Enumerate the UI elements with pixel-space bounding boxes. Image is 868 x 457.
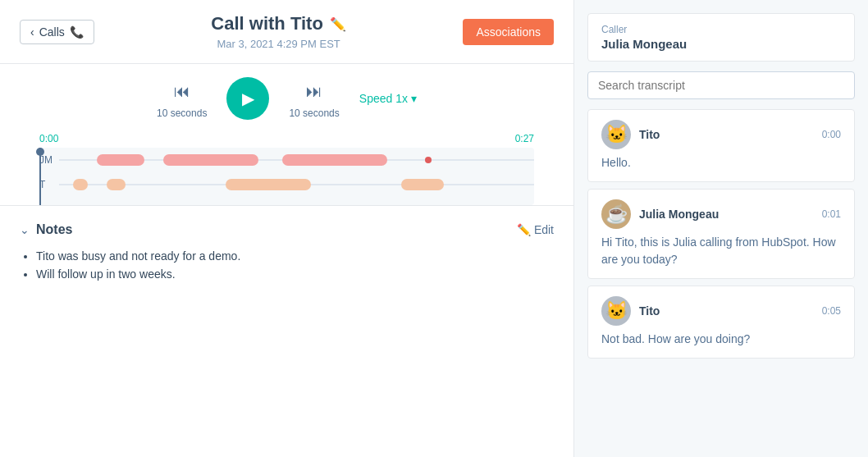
notes-item-2: Will follow up in two weeks. [36,265,554,283]
speaker-name-0: Tito [639,128,814,141]
avatar-1: ☕ [601,199,631,229]
t-seg-1 [73,179,87,190]
timestamp-1: 0:01 [822,208,841,220]
transcript-text-0: Hello. [601,154,841,171]
time-start: 0:00 [39,133,58,144]
notes-item-1: Tito was busy and not ready for a demo. [36,247,554,265]
notes-edit-button[interactable]: ✏️ Edit [517,223,554,236]
notes-edit-label: Edit [534,223,554,236]
notes-header: ⌄ Notes ✏️ Edit [20,222,554,237]
jm-track-row: JM [39,148,534,172]
transcript-entry-2: 🐱 Tito 0:05 Not bad. How are you doing? [587,286,855,359]
notes-section: ⌄ Notes ✏️ Edit Tito was busy and not re… [0,205,573,457]
notes-title-group: ⌄ Notes [20,222,72,237]
speaker-name-1: Julia Mongeau [639,208,814,221]
jm-seg-2 [163,154,258,166]
transcript-header-0: 🐱 Tito 0:00 [601,120,841,149]
notes-edit-icon: ✏️ [517,223,531,236]
back-label: Calls [39,25,65,39]
speed-button[interactable]: Speed 1x ▾ [359,92,417,105]
playhead-line [39,148,41,205]
transcript-header-2: 🐱 Tito 0:05 [601,296,841,326]
edit-title-icon[interactable]: ✏️ [330,16,346,32]
caller-info: Caller Julia Mongeau [587,13,855,62]
timestamp-2: 0:05 [822,305,841,317]
back-button[interactable]: ‹ Calls 📞 [20,20,94,44]
playback-controls: ⏮ 10 seconds ▶ ⏭ 10 seconds Speed 1x ▾ [157,77,417,120]
caller-name: Julia Mongeau [601,37,841,51]
jm-seg-3 [282,154,386,166]
caller-label: Caller [601,24,841,35]
associations-button[interactable]: Associations [463,19,554,45]
rewind-label: 10 seconds [157,107,207,119]
call-date: Mar 3, 2021 4:29 PM EST [217,38,340,50]
time-labels: 0:00 0:27 [39,133,534,144]
avatar-0: 🐱 [601,120,631,149]
notes-list: Tito was busy and not ready for a demo. … [20,247,554,284]
notes-chevron-icon[interactable]: ⌄ [20,223,30,236]
audio-player: ⏮ 10 seconds ▶ ⏭ 10 seconds Speed 1x ▾ 0… [0,64,573,205]
forward-group: ⏭ 10 seconds [289,79,339,119]
transcript-text-2: Not bad. How are you doing? [601,331,841,348]
t-track-area [59,172,534,197]
timestamp-0: 0:00 [822,129,841,140]
right-panel: Caller Julia Mongeau 🐱 Tito 0:00 Hello. … [574,0,868,457]
waveform-track[interactable]: JM T [39,148,534,205]
t-track-row: T [39,172,534,197]
t-seg-4 [401,179,444,190]
transcript-entry-0: 🐱 Tito 0:00 Hello. [587,109,855,182]
jm-track-area [59,148,534,172]
chevron-left-icon: ‹ [30,25,34,39]
t-track-label: T [39,179,59,190]
notes-title: Notes [36,222,72,237]
jm-seg-1 [97,154,144,166]
play-button[interactable]: ▶ [226,77,269,120]
speaker-name-2: Tito [639,304,814,318]
time-end: 0:27 [515,133,534,144]
header: ‹ Calls 📞 Call with Tito ✏️ Mar 3, 2021 … [0,0,573,64]
transcript-text-1: Hi Tito, this is Julia calling from HubS… [601,234,841,268]
title-section: Call with Tito ✏️ Mar 3, 2021 4:29 PM ES… [94,13,464,50]
avatar-2: 🐱 [601,296,631,326]
call-title-row: Call with Tito ✏️ [211,13,345,34]
transcript-header-1: ☕ Julia Mongeau 0:01 [601,199,841,229]
playhead-dot [36,148,44,156]
left-panel: ‹ Calls 📞 Call with Tito ✏️ Mar 3, 2021 … [0,0,574,457]
phone-icon: 📞 [70,25,84,39]
rewind-group: ⏮ 10 seconds [157,79,207,119]
forward-button[interactable]: ⏭ [303,79,326,104]
speed-chevron-icon: ▾ [411,92,417,105]
search-input[interactable] [587,71,855,99]
t-seg-2 [107,179,126,190]
transcript-entry-1: ☕ Julia Mongeau 0:01 Hi Tito, this is Ju… [587,189,855,279]
transcript-list: 🐱 Tito 0:00 Hello. ☕ Julia Mongeau 0:01 … [587,109,855,444]
speed-label: Speed 1x [359,92,408,105]
jm-track-label: JM [39,154,59,166]
play-icon: ▶ [242,89,254,108]
t-seg-3 [226,179,311,190]
jm-seg-dot [425,157,432,163]
forward-label: 10 seconds [289,107,339,119]
rewind-button[interactable]: ⏮ [171,79,194,104]
waveform-container: 0:00 0:27 JM [20,133,554,205]
page-title: Call with Tito [211,13,322,34]
